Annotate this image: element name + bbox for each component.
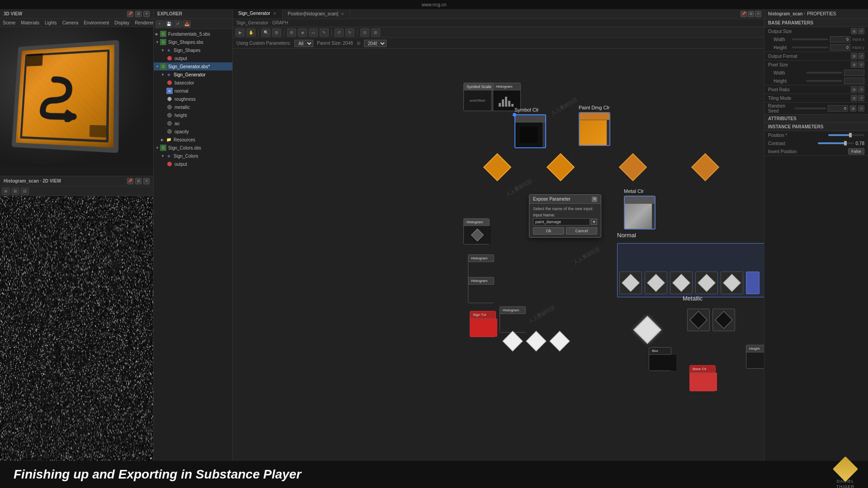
- normal-row-node-4[interactable]: [695, 272, 718, 294]
- menu-lights[interactable]: Lights: [45, 20, 57, 25]
- scene-3d-viewport[interactable]: [0, 27, 153, 167]
- tree-item-signgenerator-graph[interactable]: ▼ ◈ Sign_Generator: [154, 70, 232, 79]
- view-2d-pin-btn[interactable]: 📌: [127, 178, 133, 184]
- graph-canvas[interactable]: Symbol Scale and Offset Histogram: [233, 49, 764, 488]
- explorer-new-btn[interactable]: +: [156, 20, 164, 28]
- tree-item-height[interactable]: height: [154, 111, 232, 119]
- view-2d-canvas[interactable]: 2048 x 2048 (Grayscale, 16bpc): [0, 196, 153, 488]
- bottom-diamond-3[interactable]: [550, 331, 570, 351]
- graph-pin-btn[interactable]: 📌: [741, 11, 747, 17]
- view-2d-expand-btn[interactable]: ⊞: [135, 178, 142, 184]
- width-slider[interactable]: [792, 38, 828, 40]
- tool-align[interactable]: ⊟: [360, 28, 369, 37]
- tool-zoom-fit[interactable]: ⊞: [272, 28, 281, 37]
- tree-item-signshapes-output[interactable]: output: [154, 54, 232, 62]
- output-size-icon1[interactable]: ⊞: [851, 28, 857, 34]
- tree-item-signshapes[interactable]: ▼ S Sign_Shapes.sbs: [154, 38, 232, 46]
- ps-icon1[interactable]: ⊞: [851, 61, 857, 68]
- diamond-node-4[interactable]: [695, 157, 715, 177]
- metallic-node-2[interactable]: [712, 309, 735, 331]
- random-seed-icon2[interactable]: ↺: [858, 105, 864, 112]
- tree-item-resources[interactable]: ▶ 📁 Resources: [154, 136, 232, 144]
- tree-item-basecolor[interactable]: basecolor: [154, 79, 232, 87]
- view-2d-close-btn[interactable]: ✕: [143, 178, 150, 184]
- height-input[interactable]: [830, 44, 850, 51]
- dialog-ok-btn[interactable]: Ok: [533, 227, 564, 235]
- normal-row-node-5[interactable]: [721, 272, 743, 294]
- expose-parameter-dialog[interactable]: Expose Parameter ✕ Select the name of th…: [529, 194, 601, 238]
- pixel-width-slider[interactable]: [806, 72, 842, 74]
- menu-camera[interactable]: Camera: [62, 20, 79, 25]
- tree-item-signshapes-graph[interactable]: ▼ ◈ Sign_Shapes: [154, 46, 232, 54]
- menu-environment[interactable]: Environment: [84, 20, 109, 25]
- metallic-node-1[interactable]: [687, 309, 710, 331]
- tm-icon2[interactable]: ↺: [858, 95, 864, 101]
- graph-expand-btn[interactable]: ⊞: [748, 11, 754, 17]
- normal-row-node-2[interactable]: [645, 272, 667, 294]
- tab-sign-generator-close[interactable]: ✕: [273, 11, 277, 16]
- tool-undo[interactable]: ↺: [335, 28, 344, 37]
- white-diamond-large[interactable]: [637, 320, 657, 340]
- normal-blue-block[interactable]: [746, 272, 760, 294]
- ps-icon2[interactable]: ↺: [858, 61, 864, 68]
- view-2d-tool2[interactable]: ⊞: [11, 188, 19, 195]
- hist-node-3b[interactable]: Histogram: [500, 306, 526, 333]
- tree-item-opacity[interactable]: opacity: [154, 127, 232, 136]
- pr-icon1[interactable]: ⊞: [851, 86, 857, 93]
- width-input[interactable]: [830, 36, 850, 42]
- dialog-cancel-btn[interactable]: Cancel: [566, 227, 597, 235]
- view-3d-pin-btn[interactable]: 📌: [127, 11, 133, 17]
- menu-scene[interactable]: Scene: [3, 20, 15, 25]
- bottom-diamond-2[interactable]: [526, 331, 546, 351]
- random-seed-icon[interactable]: ⊞: [850, 105, 856, 112]
- pixel-height-slider[interactable]: [806, 80, 842, 82]
- tab-position-histogram-close[interactable]: ✕: [341, 12, 344, 16]
- tool-frame[interactable]: ▭: [309, 28, 318, 37]
- dialog-input-field[interactable]: [533, 218, 590, 225]
- tree-item-signgenerator[interactable]: ▼ S Sign_Generator.sbs*: [154, 62, 232, 70]
- normal-row-node-3[interactable]: [670, 272, 693, 294]
- tree-item-fundamentals[interactable]: ▶ S Fundamentals_5.sbs: [154, 30, 232, 38]
- tree-item-roughness[interactable]: roughness: [154, 95, 232, 103]
- of-icon2[interactable]: ↺: [858, 53, 864, 59]
- tool-pan[interactable]: ✋: [246, 28, 255, 37]
- tool-distribute[interactable]: ⊞: [371, 28, 380, 37]
- diamond-node-1[interactable]: [487, 157, 507, 177]
- normal-row-node-1[interactable]: [619, 272, 642, 294]
- menu-materials[interactable]: Materials: [21, 20, 39, 25]
- view-2d-tool1[interactable]: ⊕: [2, 188, 10, 195]
- tool-comment[interactable]: ✎: [320, 28, 329, 37]
- tree-item-metallic[interactable]: metallic: [154, 103, 232, 111]
- view-3d-expand-btn[interactable]: ⊞: [135, 11, 142, 17]
- position-slider[interactable]: [828, 134, 864, 136]
- tool-select[interactable]: ▶: [236, 28, 245, 37]
- hist-node-2b[interactable]: Histogram: [468, 277, 494, 303]
- tab-sign-generator[interactable]: Sign_Generator ✕: [233, 9, 283, 19]
- tm-icon1[interactable]: ⊞: [851, 95, 857, 101]
- graph-close-btn[interactable]: ✕: [755, 11, 761, 17]
- section-instance-params[interactable]: INSTANCE PARAMETERS: [764, 123, 868, 131]
- menu-renderer[interactable]: Renderer: [135, 20, 154, 25]
- random-seed-input[interactable]: [828, 105, 848, 112]
- pr-icon2[interactable]: ↺: [858, 86, 864, 93]
- tree-item-ao[interactable]: ao: [154, 119, 232, 127]
- tree-item-normal[interactable]: N normal: [154, 87, 232, 95]
- tree-item-signcolors-output[interactable]: output: [154, 160, 232, 168]
- menu-display[interactable]: Display: [114, 20, 129, 25]
- explorer-save-btn[interactable]: 💾: [165, 20, 173, 28]
- height-slider[interactable]: [792, 47, 828, 48]
- contrast-slider[interactable]: [818, 142, 854, 144]
- view-2d-tool3[interactable]: ⊟: [21, 188, 29, 195]
- tree-item-signcolors[interactable]: ▼ S Sign_Colors.sbs: [154, 144, 232, 152]
- dialog-close-btn[interactable]: ✕: [592, 197, 597, 202]
- pixel-height-input[interactable]: [844, 78, 864, 84]
- pixel-width-input[interactable]: [844, 70, 864, 76]
- tab-position-histogram[interactable]: Position[histogram_scan] ✕: [283, 9, 351, 19]
- tool-grid[interactable]: ⊞: [287, 28, 296, 37]
- tool-redo[interactable]: ↻: [345, 28, 354, 37]
- of-icon1[interactable]: ⊞: [851, 53, 857, 59]
- diamond-node-3[interactable]: [623, 157, 643, 177]
- diamond-node-2[interactable]: [551, 157, 571, 177]
- tree-item-signcolors-graph[interactable]: ▼ ◈ Sign_Colors: [154, 152, 232, 160]
- view-3d-close-btn[interactable]: ✕: [143, 11, 150, 17]
